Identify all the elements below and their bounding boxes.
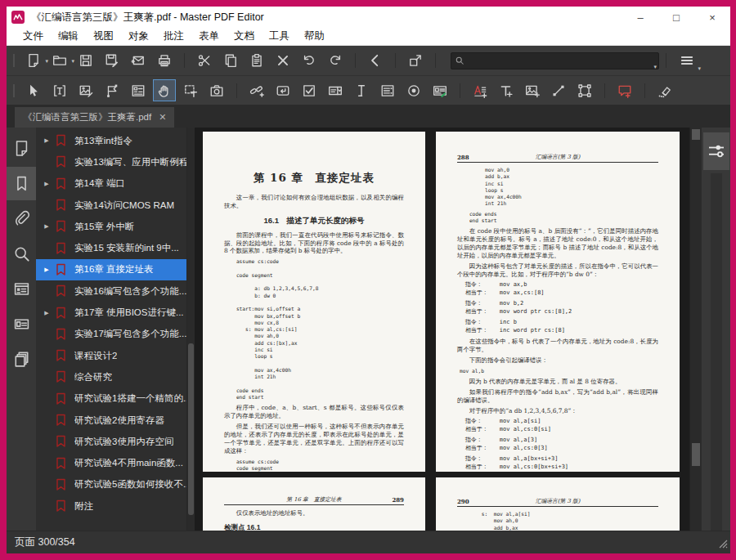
- menu-item-1[interactable]: 文件: [16, 28, 50, 45]
- expand-arrow-icon[interactable]: ▶: [38, 267, 55, 273]
- bookmark-item[interactable]: 实验17编写包含多个功能...: [36, 324, 186, 345]
- radio-field-button[interactable]: [402, 79, 425, 101]
- bookmarks-scrollbar[interactable]: [186, 128, 195, 531]
- fit-page-button[interactable]: [404, 50, 427, 72]
- back-button[interactable]: [364, 50, 387, 72]
- bookmark-item[interactable]: 课程设计2: [36, 345, 186, 366]
- text-field-button[interactable]: [350, 79, 373, 101]
- edit-text-button[interactable]: [48, 79, 71, 101]
- listbox-field-button[interactable]: [376, 79, 399, 101]
- bookmark-item[interactable]: ▶第15章 外中断: [36, 216, 186, 237]
- document-tab[interactable]: 《汇编语言第三版》王爽著.pdf ✕: [15, 107, 174, 128]
- close-button[interactable]: ×: [694, 7, 730, 28]
- edit-path-button[interactable]: [101, 79, 123, 101]
- highlight-tool-button[interactable]: [653, 79, 676, 101]
- signatures-panel-button[interactable]: [7, 307, 36, 341]
- bookmark-item[interactable]: 研究试验1搭建一个精简的...: [36, 388, 186, 410]
- sticky-note-button[interactable]: [613, 79, 636, 101]
- bookmark-item[interactable]: 研究试验4不用main函数...: [36, 452, 186, 473]
- combobox-field-button[interactable]: [324, 79, 347, 101]
- expand-arrow-icon[interactable]: ▶: [38, 310, 55, 316]
- send-email-button[interactable]: [127, 50, 150, 72]
- redo-button[interactable]: [324, 50, 347, 72]
- menu-item-9[interactable]: 帮助: [298, 28, 331, 45]
- paste-button[interactable]: [245, 50, 268, 72]
- bookmark-item[interactable]: 实验16编写包含多个功能...: [36, 280, 186, 302]
- select-text-area-button[interactable]: [179, 79, 202, 101]
- forms-panel-button[interactable]: [7, 272, 36, 306]
- line-tool-button[interactable]: [547, 79, 570, 101]
- overflow-menu-button[interactable]: ▾: [673, 49, 701, 72]
- bookmark-item[interactable]: 综合研究: [36, 366, 186, 388]
- bookmark-item[interactable]: 实验14访问CMOS RAM: [36, 195, 186, 216]
- document-scrollbar[interactable]: [689, 128, 701, 531]
- bookmark-item[interactable]: 附注: [36, 495, 186, 517]
- expand-arrow-icon[interactable]: ▶: [38, 181, 55, 187]
- menu-item-4[interactable]: 对象: [122, 28, 155, 45]
- signature-field-button[interactable]: [429, 79, 451, 101]
- pdf-page-290[interactable]: 290汇编语言(第 3 版) s: mov al,a[si] mov ah,0 …: [436, 477, 680, 531]
- hand-tool-button[interactable]: [153, 79, 176, 101]
- bookmark-item[interactable]: 研究试验5函数如何接收不...: [36, 474, 186, 495]
- bookmark-item[interactable]: 实验13编写、应用中断例程: [36, 151, 186, 172]
- undo-button[interactable]: [298, 50, 321, 72]
- pdf-page-289[interactable]: 第 16 章 直接定址表289仅仅表示地址的地址标号。检测点 16.1: [203, 477, 425, 531]
- edit-forms-button[interactable]: [127, 79, 150, 101]
- save-as-button[interactable]: [101, 50, 123, 72]
- bookmark-item[interactable]: 研究试验3使用内存空间: [36, 431, 186, 452]
- layers-panel-button[interactable]: [7, 343, 36, 376]
- add-image-button[interactable]: [521, 79, 544, 101]
- add-text-button[interactable]: [469, 79, 491, 101]
- document-area[interactable]: 第 16 章 直接定址表这一章，我们讨论如何有效合理地组织数据，以及相关的编程技…: [195, 128, 689, 531]
- expand-arrow-icon[interactable]: ▶: [38, 137, 55, 144]
- delete-button[interactable]: [272, 50, 294, 72]
- bookmark-flag-icon: [55, 414, 67, 427]
- new-document-button[interactable]: ▾: [22, 50, 45, 72]
- cut-button[interactable]: [193, 50, 216, 72]
- button-field-button[interactable]: [272, 79, 294, 101]
- copy-button[interactable]: [219, 50, 242, 72]
- bookmark-item[interactable]: ▶第17章 使用BIOS进行键...: [36, 302, 186, 323]
- document-scrollbar-thumb[interactable]: [692, 129, 700, 140]
- menu-item-7[interactable]: 文档: [227, 28, 261, 45]
- snapshot-button[interactable]: [205, 79, 228, 101]
- document-scrollbar-marker[interactable]: [692, 443, 700, 466]
- bookmarks-panel-button[interactable]: [7, 167, 36, 200]
- tab-close-icon[interactable]: ✕: [159, 112, 166, 123]
- code-block: assume cs:code code segment a db 1,2,3,4…: [236, 459, 404, 472]
- select-tool-button[interactable]: [22, 79, 45, 101]
- save-button[interactable]: [74, 50, 97, 72]
- add-text-box-button[interactable]: [495, 79, 518, 101]
- search-input[interactable]: [464, 53, 655, 69]
- print-button[interactable]: [153, 50, 176, 72]
- menu-item-2[interactable]: 编辑: [52, 28, 85, 45]
- attachments-panel-button[interactable]: [7, 202, 36, 235]
- bookmarks-scrollbar-thumb[interactable]: [188, 343, 194, 515]
- bookmark-item[interactable]: ▶第14章 端口: [36, 173, 186, 195]
- bookmark-item[interactable]: ▶第16章 直接定址表: [36, 259, 186, 280]
- minimize-button[interactable]: –: [622, 7, 658, 28]
- pdf-page-287[interactable]: 第 16 章 直接定址表这一章，我们讨论如何有效合理地组织数据，以及相关的编程技…: [203, 132, 425, 472]
- edit-image-button[interactable]: [74, 79, 97, 101]
- app-window: 《汇编语言第三版》王爽著.pdf - Master PDF Editor – □…: [7, 7, 730, 553]
- link-tool-button[interactable]: [245, 79, 268, 101]
- bookmark-item[interactable]: 实验15 安装新的int 9中...: [36, 237, 186, 258]
- thumbnails-panel-button[interactable]: [7, 132, 36, 165]
- open-file-button[interactable]: ▾: [48, 50, 71, 72]
- search-dropdown-icon[interactable]: ▾: [653, 64, 657, 70]
- menu-item-6[interactable]: 表单: [192, 28, 226, 45]
- rectangle-tool-button[interactable]: [573, 79, 596, 101]
- expand-arrow-icon[interactable]: ▶: [38, 223, 55, 230]
- menu-item-3[interactable]: 视图: [87, 28, 120, 45]
- resize-grip-icon[interactable]: [719, 540, 728, 551]
- maximize-button[interactable]: □: [658, 7, 694, 28]
- menu-item-8[interactable]: 工具: [263, 28, 296, 45]
- menu-item-5[interactable]: 批注: [157, 28, 191, 45]
- pdf-page-288[interactable]: 288汇编语言(第 3 版)mov ah,0 add b,ax inc si l…: [436, 132, 680, 472]
- search-panel-button[interactable]: [7, 237, 36, 271]
- toolbar-separator: [395, 53, 396, 68]
- bookmark-item[interactable]: ▶第13章int指令: [36, 130, 186, 151]
- checkbox-field-button[interactable]: [298, 79, 321, 101]
- zoom-sliders-button[interactable]: [703, 132, 729, 170]
- bookmark-item[interactable]: 研究试验2使用寄存器: [36, 410, 186, 431]
